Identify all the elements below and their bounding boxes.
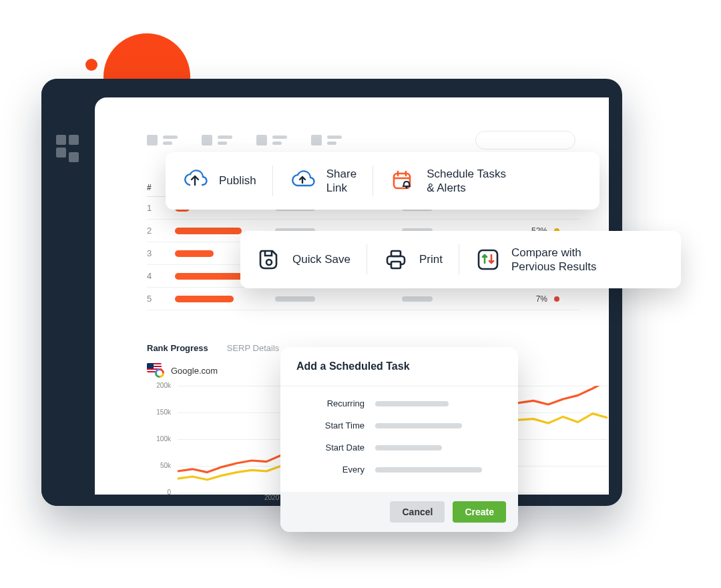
- actions-toolbar-1: Publish Share Link Schedule Tasks & Aler…: [166, 152, 599, 210]
- compare-button[interactable]: Compare with Pervious Results: [459, 246, 613, 274]
- cloud-share-icon: [289, 168, 316, 194]
- schedule-label: Schedule Tasks & Alerts: [427, 167, 506, 196]
- field-start-time-input[interactable]: [375, 423, 462, 428]
- field-start-time-label: Start Time: [296, 420, 375, 430]
- sidebar: [41, 79, 95, 506]
- toolbar-skeleton: [147, 135, 342, 145]
- decor-circle-small: [85, 59, 97, 71]
- field-recurring-label: Recurring: [296, 398, 375, 408]
- publish-button[interactable]: Publish: [166, 168, 272, 194]
- search-source: Google.com: [147, 363, 218, 378]
- publish-label: Publish: [219, 174, 256, 188]
- table-row[interactable]: 57%: [147, 288, 579, 310]
- svg-rect-4: [391, 251, 401, 256]
- print-label: Print: [419, 252, 443, 266]
- save-label: Quick Save: [292, 252, 350, 266]
- cancel-button[interactable]: Cancel: [390, 501, 445, 523]
- cloud-upload-icon: [182, 168, 208, 194]
- share-label: Share Link: [326, 167, 356, 196]
- quick-save-button[interactable]: Quick Save: [240, 247, 367, 272]
- calendar-bell-icon: [389, 168, 416, 194]
- field-every-input[interactable]: [375, 467, 482, 473]
- tabs: Rank Progress SERP Details: [147, 343, 279, 353]
- create-button[interactable]: Create: [453, 501, 506, 523]
- apps-icon[interactable]: [56, 135, 79, 158]
- field-start-date-input[interactable]: [375, 445, 442, 451]
- actions-toolbar-2: Quick Save Print Compare with Pervious R…: [240, 231, 681, 288]
- svg-point-2: [266, 260, 272, 265]
- tab-rank-progress[interactable]: Rank Progress: [147, 343, 208, 353]
- compare-label: Compare with Pervious Results: [511, 246, 597, 274]
- svg-point-1: [406, 186, 408, 188]
- print-icon: [383, 247, 409, 272]
- field-recurring-input[interactable]: [375, 401, 449, 406]
- compare-icon: [475, 247, 501, 272]
- scheduled-task-modal: Add a Scheduled Task Recurring Start Tim…: [280, 347, 518, 532]
- field-start-date-label: Start Date: [296, 443, 375, 453]
- google-icon: [155, 368, 164, 378]
- modal-title: Add a Scheduled Task: [280, 347, 518, 386]
- tab-serp-details[interactable]: SERP Details: [227, 343, 280, 353]
- share-link-button[interactable]: Share Link: [273, 167, 373, 196]
- source-name: Google.com: [171, 366, 218, 376]
- field-every-label: Every: [296, 465, 375, 475]
- search-skeleton: [475, 131, 575, 150]
- save-icon: [256, 247, 282, 272]
- svg-rect-5: [391, 262, 401, 268]
- svg-rect-6: [479, 250, 497, 269]
- schedule-button[interactable]: Schedule Tasks & Alerts: [373, 167, 522, 196]
- print-button[interactable]: Print: [367, 247, 459, 272]
